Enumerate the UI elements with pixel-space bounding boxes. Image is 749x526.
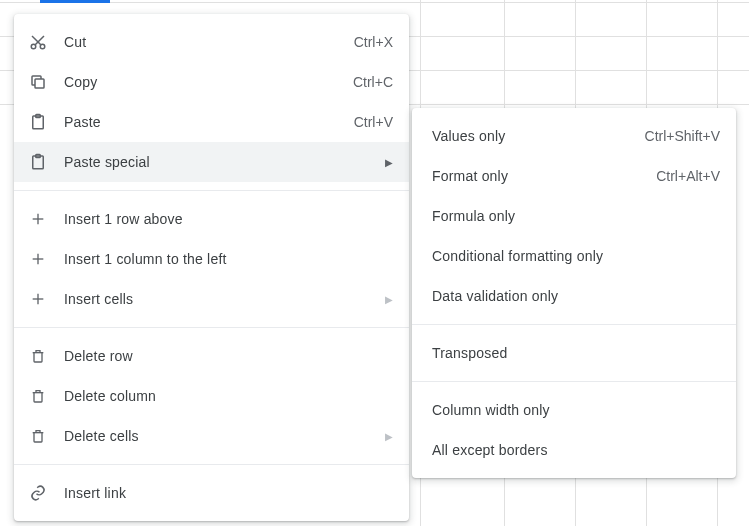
svg-point-1: [40, 44, 45, 49]
trash-icon: [28, 426, 48, 446]
copy-icon: [28, 72, 48, 92]
chevron-right-icon: ▶: [385, 431, 393, 442]
submenu-item-format-only[interactable]: Format only Ctrl+Alt+V: [412, 156, 736, 196]
menu-item-paste-special[interactable]: Paste special ▶: [14, 142, 409, 182]
menu-item-label: Delete column: [64, 388, 393, 404]
menu-item-shortcut: Ctrl+C: [353, 74, 393, 90]
submenu-item-data-validation-only[interactable]: Data validation only: [412, 276, 736, 316]
menu-item-delete-column[interactable]: Delete column: [14, 376, 409, 416]
menu-item-insert-cells[interactable]: Insert cells ▶: [14, 279, 409, 319]
menu-item-copy[interactable]: Copy Ctrl+C: [14, 62, 409, 102]
menu-item-shortcut: Ctrl+Shift+V: [645, 128, 720, 144]
svg-point-0: [31, 44, 36, 49]
submenu-item-all-except-borders[interactable]: All except borders: [412, 430, 736, 470]
submenu-item-formula-only[interactable]: Formula only: [412, 196, 736, 236]
menu-item-label: Delete row: [64, 348, 393, 364]
menu-item-label: All except borders: [432, 442, 720, 458]
menu-item-label: Values only: [432, 128, 629, 144]
menu-item-label: Paste: [64, 114, 338, 130]
menu-item-label: Conditional formatting only: [432, 248, 720, 264]
menu-item-label: Paste special: [64, 154, 369, 170]
menu-item-delete-cells[interactable]: Delete cells ▶: [14, 416, 409, 456]
menu-item-label: Column width only: [432, 402, 720, 418]
paste-icon: [28, 112, 48, 132]
link-icon: [28, 483, 48, 503]
menu-item-label: Insert link: [64, 485, 393, 501]
submenu-item-transposed[interactable]: Transposed: [412, 333, 736, 373]
menu-item-insert-column-left[interactable]: Insert 1 column to the left: [14, 239, 409, 279]
menu-item-label: Insert 1 column to the left: [64, 251, 393, 267]
chevron-right-icon: ▶: [385, 294, 393, 305]
plus-icon: [28, 209, 48, 229]
menu-item-shortcut: Ctrl+Alt+V: [656, 168, 720, 184]
menu-item-label: Format only: [432, 168, 640, 184]
menu-item-delete-row[interactable]: Delete row: [14, 336, 409, 376]
trash-icon: [28, 346, 48, 366]
menu-item-label: Insert 1 row above: [64, 211, 393, 227]
svg-rect-4: [35, 79, 44, 88]
menu-item-shortcut: Ctrl+X: [354, 34, 393, 50]
submenu-item-column-width-only[interactable]: Column width only: [412, 390, 736, 430]
cut-icon: [28, 32, 48, 52]
menu-item-label: Data validation only: [432, 288, 720, 304]
menu-item-label: Formula only: [432, 208, 720, 224]
submenu-item-values-only[interactable]: Values only Ctrl+Shift+V: [412, 116, 736, 156]
menu-item-insert-link[interactable]: Insert link: [14, 473, 409, 513]
plus-icon: [28, 289, 48, 309]
submenu-item-conditional-formatting-only[interactable]: Conditional formatting only: [412, 236, 736, 276]
selected-cell-indicator: [40, 0, 110, 3]
chevron-right-icon: ▶: [385, 157, 393, 168]
menu-item-label: Copy: [64, 74, 337, 90]
menu-item-shortcut: Ctrl+V: [354, 114, 393, 130]
paste-special-submenu: Values only Ctrl+Shift+V Format only Ctr…: [412, 108, 736, 478]
context-menu: Cut Ctrl+X Copy Ctrl+C Paste Ctrl+V: [14, 14, 409, 521]
plus-icon: [28, 249, 48, 269]
menu-item-paste[interactable]: Paste Ctrl+V: [14, 102, 409, 142]
menu-separator: [14, 327, 409, 328]
trash-icon: [28, 386, 48, 406]
menu-separator: [14, 464, 409, 465]
menu-item-label: Insert cells: [64, 291, 369, 307]
menu-item-label: Delete cells: [64, 428, 369, 444]
menu-item-label: Cut: [64, 34, 338, 50]
menu-separator: [14, 190, 409, 191]
paste-special-icon: [28, 152, 48, 172]
menu-separator: [412, 324, 736, 325]
menu-separator: [412, 381, 736, 382]
menu-item-cut[interactable]: Cut Ctrl+X: [14, 22, 409, 62]
menu-item-insert-row-above[interactable]: Insert 1 row above: [14, 199, 409, 239]
menu-item-label: Transposed: [432, 345, 720, 361]
